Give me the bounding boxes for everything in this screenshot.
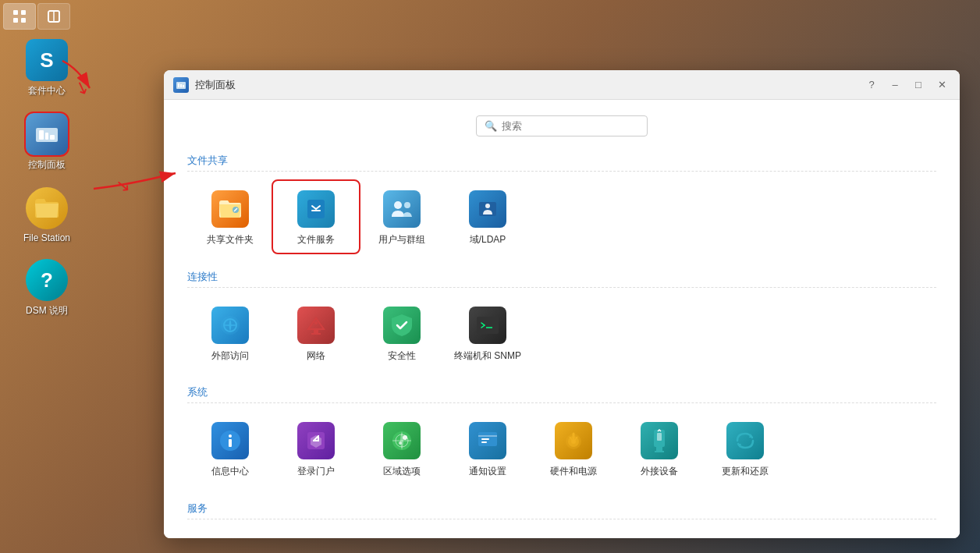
cp-label-hardware-power: 硬件和电源 [550, 466, 597, 478]
window-maximize-btn[interactable]: □ [910, 76, 927, 94]
desktop-icon-label-package-center: 套件中心 [28, 84, 66, 97]
cp-label-security: 安全性 [388, 350, 416, 363]
svg-rect-9 [50, 135, 55, 140]
svg-point-16 [394, 201, 402, 209]
cp-icon-ext-access [211, 307, 249, 344]
svg-point-35 [403, 435, 407, 440]
cp-icon-region [383, 422, 421, 459]
cp-item-synology-account[interactable]: Synology 帐户 [187, 529, 273, 538]
window-controls: ? – □ ✕ [863, 76, 950, 94]
svg-point-25 [314, 321, 318, 324]
desktop-icon-dsm-help[interactable]: ? DSM 说明 [16, 259, 78, 317]
svg-rect-39 [481, 438, 489, 440]
section-services-grid: Synology 帐户 应用程序权限 [187, 529, 936, 538]
desktop-icon-control-panel[interactable]: 控制面板 [16, 113, 78, 172]
desktop-icon-file-station[interactable]: File Station [16, 187, 78, 243]
cp-item-region[interactable]: 区域选项 [359, 413, 445, 484]
desktop-icon-package-center[interactable]: S 套件中心 [16, 39, 78, 97]
section-file-sharing-grid: 共享文件夹 文件服务 [187, 181, 936, 253]
cp-icon-network [297, 307, 335, 344]
section-title-connectivity: 连接性 [187, 270, 936, 288]
cp-icon-notification [469, 422, 506, 459]
cp-item-terminal-snmp[interactable]: 终端机和 SNMP [445, 297, 531, 369]
section-title-file-sharing: 文件共享 [187, 154, 936, 172]
section-system-grid: 信息中心 登录门户 [187, 413, 936, 484]
cp-item-ext-access[interactable]: 外部访问 [187, 297, 273, 369]
cp-label-file-service: 文件服务 [297, 234, 335, 246]
section-title-system: 系统 [187, 385, 936, 403]
cp-item-external-device[interactable]: 外接设备 [616, 413, 702, 484]
cp-item-update-restore[interactable]: 更新和还原 [702, 413, 788, 484]
cp-item-user-group[interactable]: 用户与群组 [359, 181, 445, 253]
svg-rect-40 [481, 441, 487, 443]
cp-item-hardware-power[interactable]: 硬件和电源 [531, 413, 616, 484]
cp-label-info-center: 信息中心 [211, 466, 249, 478]
cp-icon-external-device [641, 422, 678, 459]
svg-rect-45 [657, 433, 662, 441]
cp-label-ext-access: 外部访问 [211, 350, 249, 363]
section-services: 服务 Synology 帐户 [187, 502, 936, 538]
window-close-btn[interactable]: ✕ [933, 76, 950, 94]
svg-rect-2 [13, 18, 18, 23]
cp-item-info-center[interactable]: 信息中心 [187, 413, 273, 484]
section-title-services: 服务 [187, 502, 936, 519]
cp-item-shared-folder[interactable]: 共享文件夹 [187, 181, 273, 253]
svg-rect-11 [178, 83, 179, 87]
cp-label-region: 区域选项 [383, 466, 421, 478]
cp-item-notification[interactable]: 通知设置 [445, 413, 531, 484]
cp-label-login-portal: 登录门户 [297, 466, 335, 478]
cp-label-network: 网络 [307, 350, 325, 363]
desktop-icon-label-control-panel: 控制面板 [28, 158, 66, 172]
svg-point-36 [399, 441, 402, 445]
cp-icon-login-portal [297, 422, 335, 459]
svg-rect-7 [39, 130, 44, 140]
taskbar-app-btn[interactable] [37, 3, 70, 30]
svg-point-17 [404, 202, 410, 208]
svg-rect-3 [21, 18, 26, 23]
svg-point-19 [485, 204, 490, 208]
cp-item-ldap[interactable]: 域/LDAP [445, 181, 531, 253]
search-input-wrap[interactable]: 🔍 [476, 115, 648, 136]
search-input[interactable] [502, 120, 639, 132]
svg-rect-13 [183, 85, 184, 87]
window-titlebar: 控制面板 ? – □ ✕ [164, 70, 960, 100]
svg-point-43 [571, 439, 576, 444]
cp-icon-terminal-snmp [469, 307, 506, 344]
desktop: S 套件中心 控制面板 F [0, 0, 980, 553]
cp-label-user-group: 用户与群组 [378, 234, 425, 246]
cp-item-network[interactable]: 网络 [273, 297, 359, 369]
search-bar: 🔍 [187, 115, 936, 136]
cp-icon-info-center [211, 422, 249, 459]
cp-item-file-service[interactable]: 文件服务 [273, 181, 359, 253]
svg-rect-30 [229, 439, 232, 447]
cp-label-terminal-snmp: 终端机和 SNMP [454, 350, 521, 363]
cp-item-app-permissions[interactable]: 应用程序权限 [273, 529, 359, 538]
svg-rect-1 [21, 10, 26, 15]
section-connectivity: 连接性 外部访问 [187, 270, 936, 369]
cp-icon-hardware-power [555, 422, 592, 459]
cp-label-ldap: 域/LDAP [470, 234, 506, 246]
cp-label-notification: 通知设置 [469, 466, 506, 478]
arrow-indicator-2: ↘ [115, 175, 130, 196]
window-minimize-btn[interactable]: – [886, 76, 904, 94]
cp-item-login-portal[interactable]: 登录门户 [273, 413, 359, 484]
desktop-icon-label-file-station: File Station [23, 232, 70, 243]
window-icon [173, 77, 189, 93]
cp-item-index-service[interactable]: 索引服务 [359, 529, 445, 538]
svg-rect-26 [477, 317, 499, 334]
cp-icon-file-service [297, 190, 335, 228]
desktop-icons-container: S 套件中心 控制面板 F [16, 39, 78, 317]
cp-label-external-device: 外接设备 [641, 466, 678, 478]
cp-icon-security [383, 307, 421, 344]
taskbar-grid-btn[interactable] [3, 3, 36, 30]
section-file-sharing: 文件共享 共享文件夹 [187, 154, 936, 253]
cp-label-update-restore: 更新和还原 [722, 466, 769, 478]
cp-icon-user-group [383, 190, 421, 228]
cp-item-security[interactable]: 安全性 [359, 297, 445, 369]
cp-icon-update-restore [726, 422, 764, 459]
window-body: 🔍 文件共享 [164, 100, 960, 538]
cp-item-task-scheduler[interactable]: 任务计划 [445, 529, 531, 538]
cp-icon-shared-folder [211, 190, 249, 228]
window-help-btn[interactable]: ? [863, 76, 880, 94]
svg-rect-8 [45, 133, 48, 140]
